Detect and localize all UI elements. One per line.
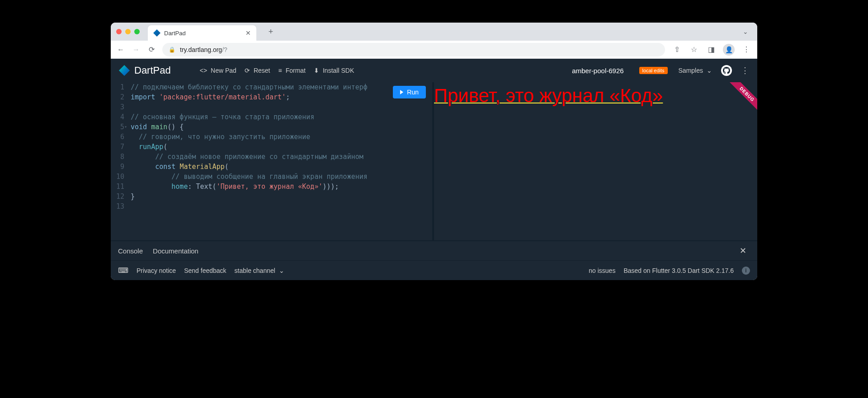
info-icon[interactable]: i	[742, 267, 750, 275]
preview-text: Привет, это журнал «Код»	[434, 82, 757, 107]
browser-tab[interactable]: DartPad ✕	[148, 25, 256, 41]
toolbar-actions: <> New Pad ⟳ Reset ≡ Format ⬇ Install SD…	[200, 67, 354, 74]
feedback-link[interactable]: Send feedback	[184, 267, 226, 274]
browser-navbar: ← → ⟳ 🔒 try.dartlang.org/? ⇧ ☆ ◨ 👤 ⋮	[111, 41, 757, 59]
github-link[interactable]	[721, 65, 732, 76]
local-edits-badge: local edits	[639, 67, 668, 74]
lock-icon: 🔒	[169, 47, 175, 53]
samples-dropdown[interactable]: Samples ⌄	[679, 67, 712, 74]
brand-text: DartPad	[134, 65, 171, 76]
close-window-button[interactable]	[116, 29, 122, 34]
menu-dots-icon[interactable]: ⋮	[741, 66, 749, 75]
dart-favicon-icon	[153, 29, 160, 37]
run-label: Run	[407, 89, 419, 96]
dartpad-app: DartPad <> New Pad ⟳ Reset ≡ Format ⬇ In…	[111, 59, 757, 280]
refresh-icon: ⟳	[245, 67, 250, 74]
right-tools: Samples ⌄ ⋮	[679, 65, 749, 76]
tab-list-chevron-icon[interactable]: ⌄	[743, 28, 752, 35]
new-pad-button[interactable]: <> New Pad	[200, 67, 236, 74]
reset-button[interactable]: ⟳ Reset	[245, 67, 270, 74]
status-right: no issues Based on Flutter 3.0.5 Dart SD…	[589, 267, 750, 275]
keyboard-icon[interactable]: ⌨	[118, 266, 128, 275]
new-pad-label: New Pad	[211, 67, 236, 74]
brand: DartPad	[119, 65, 171, 76]
close-tab-icon[interactable]: ✕	[245, 29, 251, 37]
channel-label: stable channel	[235, 267, 275, 274]
nav-forward-button: →	[132, 46, 141, 54]
toolbar: DartPad <> New Pad ⟳ Reset ≡ Format ⬇ In…	[111, 59, 757, 82]
samples-label: Samples	[679, 67, 703, 74]
browser-menu-icon[interactable]: ⋮	[741, 45, 752, 54]
sdk-version: Based on Flutter 3.0.5 Dart SDK 2.17.6	[623, 267, 734, 274]
minimize-window-button[interactable]	[125, 29, 131, 34]
download-icon: ⬇	[314, 67, 319, 74]
run-button[interactable]: Run	[393, 86, 426, 98]
fold-indicator-icon[interactable]: ▾	[124, 122, 127, 132]
new-tab-button[interactable]: +	[264, 27, 277, 37]
chevron-down-icon: ⌄	[707, 67, 712, 74]
play-icon	[400, 90, 403, 94]
code-icon: <>	[200, 67, 207, 74]
dart-logo-icon	[119, 65, 130, 76]
code-content: // подключаем библиотеку со стандартными…	[131, 82, 432, 201]
sidepanel-icon[interactable]: ◨	[706, 45, 717, 54]
tab-console[interactable]: Console	[118, 247, 143, 255]
format-button[interactable]: ≡ Format	[278, 67, 306, 74]
chevron-down-icon: ⌄	[279, 267, 284, 274]
preview-pane: Привет, это журнал «Код» DEBUG	[434, 82, 757, 240]
main: 12345678910111213 // подключаем библиоте…	[111, 82, 757, 240]
reset-label: Reset	[254, 67, 270, 74]
privacy-link[interactable]: Privacy notice	[137, 267, 176, 274]
browser-tabbar: DartPad ✕ + ⌄	[111, 23, 757, 41]
url-bar[interactable]: 🔒 try.dartlang.org/?	[162, 43, 665, 56]
url-path: /?	[222, 46, 227, 53]
github-icon	[723, 67, 730, 74]
install-sdk-button[interactable]: ⬇ Install SDK	[314, 67, 354, 74]
console-tabs: Console Documentation ✕	[111, 240, 757, 260]
url-host: try.dartlang.org	[180, 46, 222, 53]
format-icon: ≡	[278, 67, 282, 74]
tab-title: DartPad	[164, 30, 242, 37]
project-name: amber-pool-6926	[572, 67, 623, 75]
format-label: Format	[286, 67, 306, 74]
status-bar: ⌨ Privacy notice Send feedback stable ch…	[111, 260, 757, 280]
bookmark-star-icon[interactable]: ☆	[689, 45, 699, 54]
nav-reload-button[interactable]: ⟳	[147, 45, 156, 54]
close-panel-icon[interactable]: ✕	[740, 246, 746, 256]
profile-avatar-icon[interactable]: 👤	[723, 44, 735, 56]
line-gutter: 12345678910111213	[111, 82, 127, 211]
nav-back-button[interactable]: ←	[116, 46, 125, 54]
install-sdk-label: Install SDK	[323, 67, 354, 74]
channel-selector[interactable]: stable channel ⌄	[235, 267, 284, 274]
maximize-window-button[interactable]	[134, 29, 140, 34]
issues-status: no issues	[589, 267, 615, 274]
share-icon[interactable]: ⇧	[671, 45, 682, 54]
window-controls	[116, 29, 140, 34]
code-editor[interactable]: 12345678910111213 // подключаем библиоте…	[111, 82, 434, 240]
browser-window: DartPad ✕ + ⌄ ← → ⟳ 🔒 try.dartlang.org/?…	[111, 23, 757, 280]
tab-documentation[interactable]: Documentation	[153, 247, 198, 255]
